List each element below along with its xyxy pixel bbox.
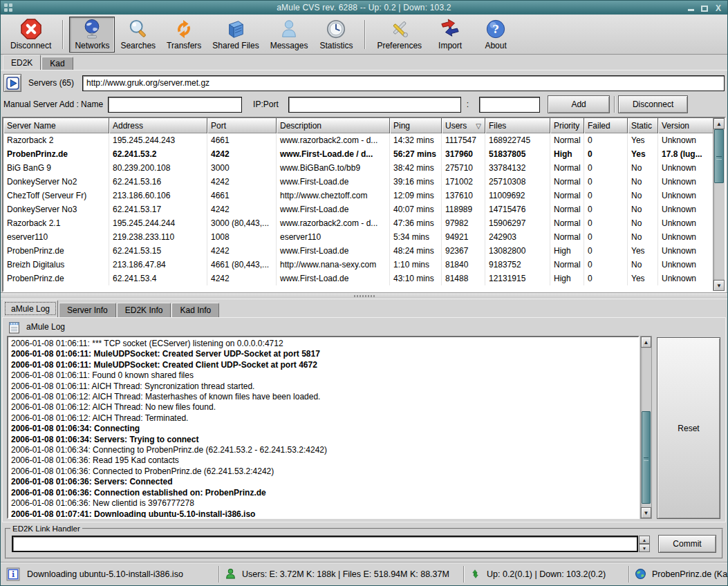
table-row[interactable]: ChezToff (Serveur Fr)213.186.60.1064661h… [3,189,713,202]
column-header-description[interactable]: Description [277,118,390,133]
toolbar-button-import[interactable]: Import [427,17,473,53]
table-row[interactable]: BiG BanG 980.239.200.1083000www.BiGBanG.… [3,161,713,175]
column-header-static[interactable]: Static [628,118,658,133]
log-line: 2006-01-08 01:06:36: Read 195 Kad contac… [11,455,635,466]
column-header-failed[interactable]: Failed [584,118,628,133]
table-row[interactable]: DonkeyServer No262.241.53.164242www.Firs… [3,175,713,189]
add-server-button[interactable]: Add [548,95,610,113]
maximize-button[interactable] [700,3,709,12]
scroll-down-icon[interactable]: ▼ [713,280,725,291]
info-icon[interactable]: i [6,567,21,582]
status-downloading: iDownloading ubuntu-5.10-install-i386.is… [6,567,214,582]
column-header-server-name[interactable]: Server Name [3,118,109,133]
window-title: aMule CVS rev. 6288 -- Up: 0.2 | Down: 1… [1,3,727,12]
tab-label: Kad Info [180,305,211,315]
server-table-header: Server NameAddressPortDescriptionPingUse… [3,118,713,133]
column-header-address[interactable]: Address [109,118,207,133]
cell: 62.241.53.2 [109,147,207,161]
log-title: aMule Log [26,322,65,332]
toolbar-button-preferences[interactable]: Preferences [371,17,427,53]
tab-ed2k[interactable]: ED2K [3,55,41,70]
ed2k-link-input[interactable] [12,536,638,552]
table-row[interactable]: eserver110219.238.233.1101008eserver1105… [3,230,713,244]
toolbar-button-label: Preferences [377,41,422,50]
cell: 9183752 [485,258,550,272]
table-row[interactable]: DonkeyServer No362.241.53.174242www.Firs… [3,202,713,216]
tab-kad[interactable]: Kad [41,57,73,70]
cell: 40:07 mins [390,202,442,216]
column-header-ping[interactable]: Ping [390,118,442,133]
close-button[interactable]: X [713,3,723,12]
messages-icon [279,19,299,40]
toolbar-button-networks[interactable]: Networks [69,17,115,53]
cell: DonkeyServer No2 [3,175,109,189]
link-history-spinner[interactable]: ▲ ▼ [639,536,650,552]
toolbar-button-statistics[interactable]: Statistics [313,17,359,53]
cell: No [628,189,658,202]
scroll-up-icon[interactable]: ▲ [713,118,725,129]
column-header-port[interactable]: Port [207,118,277,133]
reset-log-button[interactable]: Reset [657,337,720,519]
column-header-version[interactable]: Version [658,118,713,133]
ip-port-label: IP:Port [253,100,279,109]
cell: High [550,244,584,258]
table-scroll-track[interactable] [713,129,725,280]
server-name-input[interactable] [108,97,242,113]
cell: Unknown [658,216,713,230]
toolbar-button-disconnect[interactable]: Disconnect [5,17,57,53]
log-view[interactable]: 2006-01-08 01:06:11: *** TCP socket (ECS… [7,336,640,519]
tab-amule-log[interactable]: aMule Log [3,300,58,317]
server-url-input[interactable] [82,75,725,91]
log-scroll-thumb[interactable] [642,411,651,504]
cell: 0 [584,272,628,285]
toolbar-button-about[interactable]: ?About [473,17,519,53]
tab-server-info[interactable]: Server Info [59,303,116,317]
tab-ed2k-info[interactable]: ED2K Info [117,303,171,317]
cell: eserver110 [277,230,390,244]
toolbar-button-shared-files[interactable]: Shared Files [207,17,264,53]
table-row[interactable]: ProbenPrinz.de62.241.53.44242www.First-L… [3,272,713,285]
cell: High [550,272,584,285]
tab-kad-info[interactable]: Kad Info [171,303,219,317]
log-scroll-track[interactable] [641,348,651,507]
column-header-users[interactable]: Users▽ [442,118,485,133]
column-header-files[interactable]: Files [485,118,550,133]
server-ip-input[interactable] [288,97,461,113]
cell: eserver110 [3,230,109,244]
cell: 97982 [442,216,485,230]
table-row[interactable]: ProbenPrinz.de62.241.53.154242www.First-… [3,244,713,258]
table-row[interactable]: ProbenPrinz.de62.241.53.24242www.First-L… [3,147,713,161]
table-row[interactable]: Razorback 2195.245.244.2434661www.razorb… [3,133,713,147]
toolbar-button-searches[interactable]: Searches [115,17,161,53]
table-row[interactable]: Breizh Digitalus213.186.47.844661 (80,44… [3,258,713,272]
toolbar-button-transfers[interactable]: Transfers [161,17,207,53]
scroll-down-icon[interactable]: ▼ [641,507,651,518]
pane-splitter[interactable] [1,292,727,299]
toolbar-button-messages[interactable]: Messages [265,17,314,53]
reset-area: Reset [652,336,725,519]
cell: 137610 [442,189,485,202]
server-port-input[interactable] [479,97,540,113]
commit-button[interactable]: Commit [658,535,716,553]
log-vscrollbar[interactable]: ▲ ▼ [640,336,652,519]
toolbar-button-label: Transfers [167,41,201,50]
cell: No [628,258,658,272]
disconnect-server-button[interactable]: Disconnect [618,95,688,113]
cell: 213.186.47.84 [109,258,207,272]
cell: Unknown [658,230,713,244]
column-header-priority[interactable]: Priority [550,118,584,133]
play-icon [6,77,19,90]
cell: 14715476 [485,202,550,216]
cell: Normal [550,216,584,230]
server-update-button[interactable] [3,74,21,92]
spinner-down-icon[interactable]: ▼ [639,544,650,552]
table-vscrollbar[interactable]: ▲ ▼ [713,118,725,291]
table-row[interactable]: Razorback 2.1195.245.244.2443000 (80,443… [3,216,713,230]
minimize-button[interactable] [686,3,696,12]
svg-text:i: i [12,570,15,579]
scroll-up-icon[interactable]: ▲ [641,337,651,348]
cell: DonkeyServer No3 [3,202,109,216]
cell: Unknown [658,258,713,272]
table-scroll-thumb[interactable] [714,129,724,183]
spinner-up-icon[interactable]: ▲ [639,536,650,544]
